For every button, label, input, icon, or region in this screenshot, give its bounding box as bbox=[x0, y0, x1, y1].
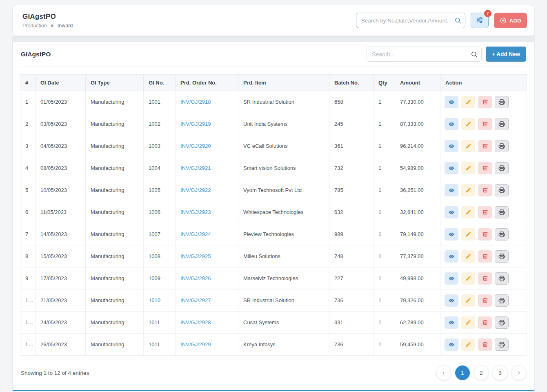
breadcrumb-production[interactable]: Production bbox=[22, 23, 47, 29]
view-button[interactable] bbox=[445, 294, 458, 307]
pagination-page-3[interactable]: 3 bbox=[493, 365, 507, 380]
search-icon[interactable] bbox=[454, 17, 461, 24]
cell-gi-type: Manufacturing bbox=[86, 157, 144, 179]
delete-button[interactable] bbox=[478, 162, 492, 174]
trash-icon bbox=[482, 319, 488, 325]
breadcrumb-inward[interactable]: Inward bbox=[58, 23, 73, 29]
pencil-icon bbox=[465, 209, 471, 215]
print-button[interactable] bbox=[495, 96, 509, 108]
table-search-input[interactable] bbox=[367, 47, 482, 62]
view-button[interactable] bbox=[445, 206, 458, 218]
prd-order-link[interactable]: INV/GJ/2923 bbox=[180, 209, 211, 215]
entries-summary: Showing 1 to 12 of 4 entries bbox=[21, 370, 89, 376]
view-button[interactable] bbox=[445, 228, 458, 241]
prd-order-link[interactable]: INV/GJ/2929 bbox=[180, 341, 211, 347]
cell-gi-type: Manufacturing bbox=[86, 312, 144, 334]
edit-button[interactable] bbox=[461, 206, 475, 218]
prd-order-link[interactable]: INV/GJ/2925 bbox=[180, 253, 211, 259]
edit-button[interactable] bbox=[461, 250, 475, 263]
page-header-actions: 7 ADD bbox=[356, 13, 527, 28]
prd-order-link[interactable]: INV/GJ/2922 bbox=[180, 187, 211, 193]
view-button[interactable] bbox=[445, 272, 458, 285]
delete-button[interactable] bbox=[478, 206, 492, 218]
print-button[interactable] bbox=[495, 206, 509, 218]
print-button[interactable] bbox=[495, 339, 509, 351]
global-search-input[interactable] bbox=[356, 13, 465, 28]
print-button[interactable] bbox=[495, 316, 509, 329]
print-button[interactable] bbox=[495, 250, 509, 263]
edit-button[interactable] bbox=[461, 294, 475, 307]
delete-button[interactable] bbox=[478, 316, 492, 329]
print-button[interactable] bbox=[495, 140, 509, 152]
edit-button[interactable] bbox=[461, 339, 475, 351]
edit-button[interactable] bbox=[461, 162, 475, 174]
delete-button[interactable] bbox=[478, 272, 492, 285]
pencil-icon bbox=[465, 275, 471, 281]
printer-icon bbox=[498, 99, 505, 105]
prd-order-link[interactable]: INV/GJ/2920 bbox=[180, 143, 211, 149]
print-button[interactable] bbox=[495, 118, 509, 130]
eye-icon bbox=[448, 187, 455, 194]
cell-sr: 12 bbox=[20, 334, 36, 356]
column-header: Prd. Item bbox=[238, 75, 329, 91]
pencil-icon bbox=[465, 341, 471, 347]
print-button[interactable] bbox=[495, 294, 509, 307]
delete-button[interactable] bbox=[478, 96, 492, 108]
edit-button[interactable] bbox=[461, 140, 475, 152]
add-new-button[interactable]: + Add New bbox=[486, 47, 526, 62]
cell-sr: 5 bbox=[20, 179, 36, 201]
edit-button[interactable] bbox=[461, 272, 475, 285]
table-row: 1124/05/2023Manufacturing1011INV/GJ/2928… bbox=[20, 312, 527, 334]
edit-button[interactable] bbox=[461, 228, 475, 241]
pagination-page-1[interactable]: 1 bbox=[455, 365, 470, 380]
pagination-prev-button[interactable] bbox=[436, 365, 451, 380]
view-button[interactable] bbox=[445, 316, 458, 329]
prd-order-link[interactable]: INV/GJ/2919 bbox=[180, 121, 211, 127]
printer-icon bbox=[498, 209, 505, 216]
delete-button[interactable] bbox=[478, 140, 492, 152]
column-header: Qty bbox=[374, 75, 395, 91]
trash-icon bbox=[482, 275, 488, 281]
delete-button[interactable] bbox=[478, 184, 492, 196]
prd-order-link[interactable]: INV/GJ/2924 bbox=[180, 231, 211, 237]
prd-order-link[interactable]: INV/GJ/2926 bbox=[180, 275, 211, 281]
filter-button[interactable]: 7 bbox=[471, 13, 489, 28]
view-button[interactable] bbox=[445, 339, 458, 351]
search-icon[interactable] bbox=[471, 51, 478, 58]
view-button[interactable] bbox=[445, 118, 458, 130]
cell-gi-type: Manufacturing bbox=[86, 179, 144, 201]
cell-prd-item: VC eCall Solutions bbox=[238, 135, 329, 157]
edit-button[interactable] bbox=[461, 184, 475, 196]
edit-button[interactable] bbox=[461, 118, 475, 130]
delete-button[interactable] bbox=[478, 228, 492, 241]
cell-amount: 59,459.00 bbox=[395, 334, 440, 356]
trash-icon bbox=[482, 341, 488, 347]
card-title: GIAgstPO bbox=[21, 51, 51, 58]
cell-gi-date: 14/05/2023 bbox=[36, 223, 86, 245]
printer-icon bbox=[498, 187, 505, 194]
delete-button[interactable] bbox=[478, 339, 492, 351]
print-button[interactable] bbox=[495, 162, 509, 174]
delete-button[interactable] bbox=[478, 250, 492, 263]
delete-button[interactable] bbox=[478, 294, 492, 307]
view-button[interactable] bbox=[445, 250, 458, 263]
view-button[interactable] bbox=[445, 184, 458, 196]
view-button[interactable] bbox=[445, 96, 458, 108]
prd-order-link[interactable]: INV/GJ/2921 bbox=[180, 165, 211, 171]
edit-button[interactable] bbox=[461, 96, 475, 108]
cell-gi-date: 11/05/2023 bbox=[36, 201, 86, 223]
prd-order-link[interactable]: INV/GJ/2928 bbox=[180, 319, 211, 325]
prd-order-link[interactable]: INV/GJ/2927 bbox=[180, 297, 211, 303]
pagination-next-button[interactable] bbox=[511, 365, 526, 380]
print-button[interactable] bbox=[495, 184, 509, 196]
print-button[interactable] bbox=[495, 272, 509, 285]
view-button[interactable] bbox=[445, 162, 458, 174]
edit-button[interactable] bbox=[461, 316, 475, 329]
prd-order-link[interactable]: INV/GJ/2918 bbox=[180, 99, 211, 105]
print-button[interactable] bbox=[495, 228, 509, 241]
pagination-page-2[interactable]: 2 bbox=[474, 365, 489, 380]
cell-gi-date: 04/05/2023 bbox=[36, 135, 86, 157]
add-button[interactable]: ADD bbox=[494, 13, 527, 28]
delete-button[interactable] bbox=[478, 118, 492, 130]
view-button[interactable] bbox=[445, 140, 458, 152]
